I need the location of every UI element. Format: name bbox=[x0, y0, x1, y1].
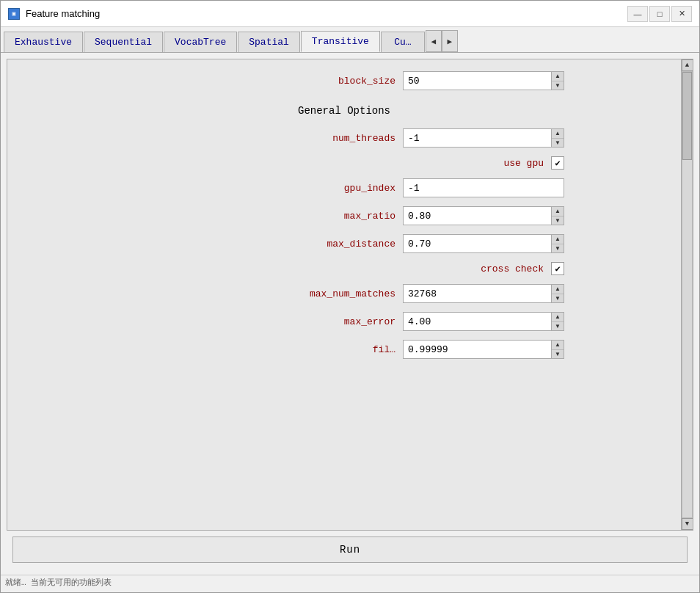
gpu-index-label: gpu_index bbox=[249, 183, 395, 194]
tab-next-button[interactable]: ▶ bbox=[442, 30, 458, 52]
gpu-index-row: gpu_index bbox=[124, 178, 564, 197]
max-error-row: max_error ▲ ▼ bbox=[124, 312, 564, 331]
partial-spin-buttons: ▲ ▼ bbox=[551, 340, 564, 359]
partial-input[interactable] bbox=[403, 340, 551, 359]
status-text: 就绪… 当前无可用的功能列表 bbox=[5, 578, 112, 587]
num-threads-spinbox: ▲ ▼ bbox=[403, 128, 564, 148]
num-threads-spin-buttons: ▲ ▼ bbox=[551, 128, 564, 148]
cross-check-row: cross check bbox=[124, 262, 564, 275]
use-gpu-label: use gpu bbox=[397, 158, 544, 169]
window-title: Feature matching bbox=[26, 8, 100, 19]
tab-sequential[interactable]: Sequential bbox=[84, 32, 163, 52]
cross-check-label: cross check bbox=[397, 263, 544, 274]
partial-label: fil… bbox=[249, 344, 395, 355]
max-num-matches-row: max_num_matches ▲ ▼ bbox=[124, 284, 564, 303]
main-window: ▣ Feature matching — □ ✕ Exhaustive Sequ… bbox=[0, 0, 700, 593]
num-threads-label: num_threads bbox=[249, 133, 395, 144]
scrollbar: ▲ ▼ bbox=[681, 59, 693, 530]
minimize-button[interactable]: — bbox=[627, 6, 648, 22]
max-ratio-spin-down[interactable]: ▼ bbox=[552, 217, 564, 225]
max-distance-label: max_distance bbox=[249, 239, 395, 250]
scrollable-content[interactable]: block_size ▲ ▼ General Options bbox=[7, 59, 681, 530]
max-distance-input[interactable] bbox=[403, 234, 551, 253]
max-distance-spin-up[interactable]: ▲ bbox=[552, 235, 564, 244]
run-button[interactable]: Run bbox=[12, 536, 688, 563]
app-icon: ▣ bbox=[8, 8, 20, 20]
num-threads-row: num_threads ▲ ▼ bbox=[124, 128, 564, 148]
partial-spin-down[interactable]: ▼ bbox=[552, 350, 564, 359]
max-num-matches-spinbox: ▲ ▼ bbox=[403, 284, 564, 303]
cross-check-checkbox[interactable] bbox=[551, 262, 564, 275]
content-area: block_size ▲ ▼ General Options bbox=[1, 53, 699, 575]
title-bar: ▣ Feature matching — □ ✕ bbox=[1, 1, 699, 27]
general-options-header: General Options bbox=[124, 105, 564, 117]
num-threads-spin-up[interactable]: ▲ bbox=[552, 129, 564, 139]
max-ratio-input[interactable] bbox=[403, 206, 551, 225]
main-panel: block_size ▲ ▼ General Options bbox=[7, 59, 693, 531]
scroll-thumb[interactable] bbox=[682, 72, 692, 160]
max-error-input[interactable] bbox=[403, 312, 551, 331]
maximize-button[interactable]: □ bbox=[649, 6, 670, 22]
block-size-spin-up[interactable]: ▲ bbox=[552, 72, 564, 81]
tab-prev-button[interactable]: ◀ bbox=[426, 30, 442, 52]
partial-spinbox: ▲ ▼ bbox=[403, 340, 564, 359]
tab-exhaustive[interactable]: Exhaustive bbox=[4, 32, 83, 52]
status-bar: 就绪… 当前无可用的功能列表 bbox=[1, 575, 699, 592]
scroll-track[interactable] bbox=[682, 71, 693, 518]
tab-transitive[interactable]: Transitive bbox=[301, 31, 380, 52]
title-bar-controls: — □ ✕ bbox=[627, 6, 692, 22]
block-size-input[interactable] bbox=[403, 71, 551, 90]
max-error-spin-up[interactable]: ▲ bbox=[552, 313, 564, 322]
scroll-down-arrow[interactable]: ▼ bbox=[682, 518, 693, 530]
tab-bar: Exhaustive Sequential VocabTree Spatial … bbox=[1, 27, 699, 53]
block-size-label: block_size bbox=[249, 76, 395, 87]
max-num-matches-spin-down[interactable]: ▼ bbox=[552, 294, 564, 303]
use-gpu-row: use gpu bbox=[124, 156, 564, 170]
close-button[interactable]: ✕ bbox=[671, 6, 692, 22]
num-threads-spin-down[interactable]: ▼ bbox=[552, 139, 564, 148]
partial-row: fil… ▲ ▼ bbox=[124, 340, 564, 359]
max-ratio-spin-buttons: ▲ ▼ bbox=[551, 206, 564, 225]
tab-custom[interactable]: Cu… bbox=[381, 32, 425, 52]
partial-spin-up[interactable]: ▲ bbox=[552, 341, 564, 350]
scroll-up-arrow[interactable]: ▲ bbox=[682, 59, 693, 71]
block-size-spin-down[interactable]: ▼ bbox=[552, 81, 564, 90]
max-error-label: max_error bbox=[249, 316, 395, 327]
max-ratio-row: max_ratio ▲ ▼ bbox=[124, 206, 564, 225]
use-gpu-checkbox[interactable] bbox=[551, 156, 564, 170]
max-distance-spin-buttons: ▲ ▼ bbox=[551, 234, 564, 253]
gpu-index-input[interactable] bbox=[403, 178, 564, 197]
max-distance-spin-down[interactable]: ▼ bbox=[552, 244, 564, 253]
max-error-spin-buttons: ▲ ▼ bbox=[551, 312, 564, 331]
max-num-matches-spin-up[interactable]: ▲ bbox=[552, 285, 564, 294]
max-ratio-spin-up[interactable]: ▲ bbox=[552, 207, 564, 217]
tab-spatial[interactable]: Spatial bbox=[238, 32, 300, 52]
block-size-spinbox: ▲ ▼ bbox=[403, 71, 564, 90]
max-ratio-spinbox: ▲ ▼ bbox=[403, 206, 564, 225]
title-bar-left: ▣ Feature matching bbox=[8, 8, 100, 20]
tab-vocabtree[interactable]: VocabTree bbox=[164, 32, 237, 52]
num-threads-input[interactable] bbox=[403, 128, 551, 148]
block-size-spin-buttons: ▲ ▼ bbox=[551, 71, 564, 90]
max-num-matches-spin-buttons: ▲ ▼ bbox=[551, 284, 564, 303]
form-area: block_size ▲ ▼ General Options bbox=[124, 71, 564, 359]
max-error-spin-down[interactable]: ▼ bbox=[552, 322, 564, 331]
max-distance-spinbox: ▲ ▼ bbox=[403, 234, 564, 253]
max-ratio-label: max_ratio bbox=[249, 211, 395, 222]
max-num-matches-label: max_num_matches bbox=[249, 288, 395, 299]
max-distance-row: max_distance ▲ ▼ bbox=[124, 234, 564, 253]
max-error-spinbox: ▲ ▼ bbox=[403, 312, 564, 331]
run-bar: Run bbox=[7, 531, 693, 569]
block-size-row: block_size ▲ ▼ bbox=[124, 71, 564, 90]
max-num-matches-input[interactable] bbox=[403, 284, 551, 303]
